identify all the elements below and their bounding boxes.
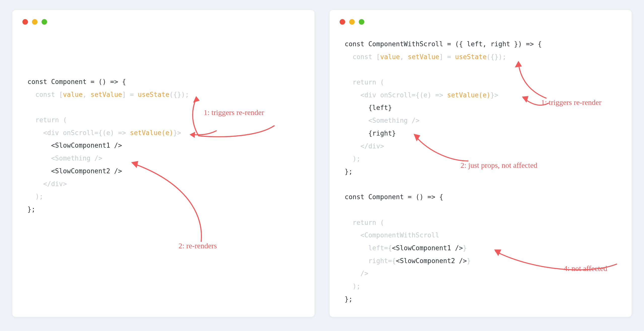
code-text: Component = () => {	[364, 193, 443, 201]
code-text: ,	[83, 91, 90, 98]
code-text: {left}	[345, 104, 392, 111]
code-text: {right}	[345, 130, 396, 137]
annotation-1: 1: triggers re-render	[204, 108, 264, 117]
code-text: value	[63, 91, 83, 98]
maximize-icon	[42, 19, 47, 25]
annotation-1: 1: triggers re-render	[541, 98, 601, 107]
code-text: );	[345, 282, 361, 290]
code-text: </div>	[345, 142, 384, 150]
code-text: const	[345, 53, 372, 61]
code-block-left: const Component = () => { const [value, …	[27, 75, 304, 216]
code-text: right={	[345, 257, 396, 265]
code-text: return	[27, 116, 59, 124]
traffic-lights	[340, 19, 364, 25]
code-text: return	[345, 219, 376, 226]
code-text: setValue(e)	[447, 91, 490, 99]
code-text: return	[345, 78, 376, 86]
code-text: ({});	[487, 53, 506, 61]
code-text: setValue(e)	[130, 129, 173, 137]
code-text: ] =	[122, 91, 138, 98]
close-icon	[340, 19, 345, 25]
code-text: (	[376, 219, 384, 226]
code-text: </div>	[27, 180, 67, 188]
code-text: <div onScroll={(e) =>	[27, 129, 130, 137]
code-text: />	[345, 270, 368, 277]
traffic-lights	[22, 19, 47, 25]
code-text: <ComponentWithScroll	[345, 231, 439, 239]
code-text: setValue	[408, 53, 439, 61]
code-text: };	[27, 205, 35, 213]
code-text: );	[27, 193, 43, 200]
code-text: );	[345, 155, 361, 162]
code-text: <SlowComponent1 />	[392, 244, 463, 252]
code-text: };	[345, 168, 352, 175]
close-icon	[22, 19, 28, 25]
code-text: }	[467, 257, 471, 265]
annotation-4: 4: not affected	[564, 264, 607, 273]
code-text: <Something />	[345, 117, 419, 124]
code-text: const	[345, 40, 364, 48]
code-text: <SlowComponent1 />	[27, 142, 122, 149]
maximize-icon	[359, 19, 364, 25]
annotation-2: 2: just props, not affected	[460, 161, 537, 170]
page-root: const Component = () => { const [value, …	[8, 10, 636, 317]
code-text: const	[27, 91, 55, 98]
code-text: value	[380, 53, 400, 61]
code-text: (	[376, 78, 384, 86]
code-text: <SlowComponent2 />	[27, 167, 122, 175]
code-text: };	[345, 295, 352, 303]
annotation-2: 2: re-renders	[178, 241, 217, 250]
code-text: <div onScroll={(e) =>	[345, 91, 447, 99]
code-text: ] =	[439, 53, 455, 61]
code-window-left: const Component = () => { const [value, …	[12, 10, 314, 317]
code-text: <SlowComponent2 />	[396, 257, 467, 265]
code-text: (	[59, 116, 67, 124]
code-text: useState	[138, 91, 169, 98]
code-text: left={	[345, 244, 392, 252]
code-text: ComponentWithScroll = ({ left, right }) …	[364, 40, 542, 48]
code-text: <Something />	[27, 154, 102, 162]
code-text: [	[55, 91, 63, 98]
code-text: }	[463, 244, 467, 252]
code-text: [	[372, 53, 380, 61]
code-text: }>	[490, 91, 498, 99]
code-text: const	[345, 193, 364, 201]
code-text: Component = () => {	[47, 78, 126, 86]
code-text: }>	[173, 129, 181, 137]
code-text: ({});	[169, 91, 189, 98]
code-text: useState	[455, 53, 486, 61]
code-window-right: const ComponentWithScroll = ({ left, rig…	[330, 10, 632, 317]
minimize-icon	[32, 19, 38, 25]
minimize-icon	[349, 19, 355, 25]
code-text: setValue	[90, 91, 122, 98]
code-text: const	[27, 78, 47, 86]
code-text: ,	[400, 53, 408, 61]
